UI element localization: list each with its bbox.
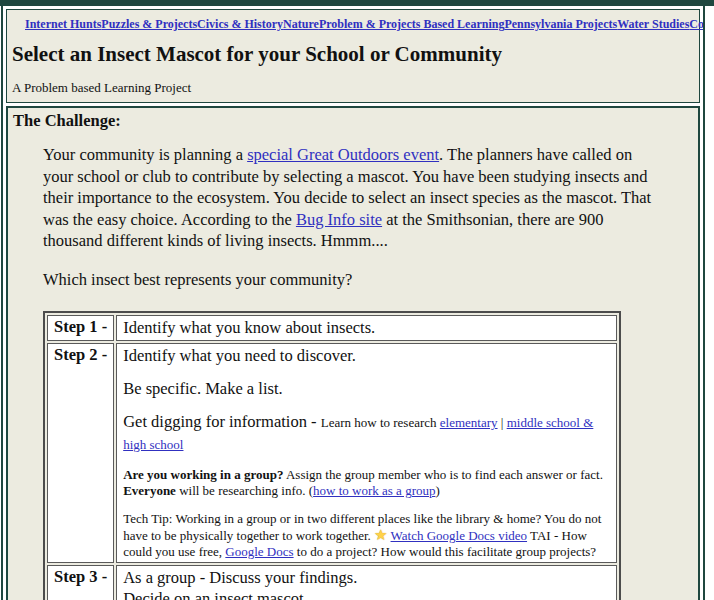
step-label: Step 2 - — [47, 343, 114, 563]
table-row: Step 3 -As a group - Discuss your findin… — [47, 565, 617, 600]
text: Get digging for information - — [123, 412, 321, 431]
steps-table-body: Step 1 -Identify what you know about ins… — [47, 315, 617, 600]
step-paragraph: Are you working in a group? Assign the g… — [123, 467, 610, 499]
step-label: Step 3 - — [47, 565, 114, 600]
top-nav: Internet HuntsPuzzles & ProjectsCivics &… — [11, 12, 695, 34]
nav-problem-projects-based-learning[interactable]: Problem & Projects Based Learning — [319, 17, 505, 32]
text: will be researching info. ( — [176, 483, 313, 498]
text: Learn how to research — [321, 415, 440, 430]
page-subtitle: A Problem based Learning Project — [12, 80, 695, 96]
text: Are you working in a group? — [123, 467, 283, 482]
text: | — [498, 415, 507, 430]
table-row: Step 1 -Identify what you know about ins… — [47, 315, 617, 341]
challenge-heading: The Challenge: — [13, 111, 694, 131]
nav-nature[interactable]: Nature — [283, 17, 319, 32]
step-content: As a group - Discuss your findings.Decid… — [116, 565, 617, 600]
step-paragraph: Identify what you know about insects. — [123, 317, 610, 338]
challenge-intro: Your community is planning a special Gre… — [43, 144, 652, 252]
nav-civics-history[interactable]: Civics & History — [197, 17, 283, 32]
step-paragraph: As a group - Discuss your findings.Decid… — [123, 567, 610, 600]
text: Decide on an insect mascot. — [123, 589, 308, 600]
step-content: Identify what you need to discover.Be sp… — [116, 343, 617, 563]
text: As a group - Discuss your findings. — [123, 568, 357, 587]
nav-computers[interactable]: Computers — [689, 17, 705, 32]
link-special-great-outdoors-event[interactable]: special Great Outdoors event — [247, 145, 439, 164]
text: ) — [435, 483, 439, 498]
text: Be specific. Make a list. — [123, 379, 282, 398]
header-box: Internet HuntsPuzzles & ProjectsCivics &… — [6, 9, 700, 103]
link-how-to-work-as-a-group[interactable]: how to work as a group — [313, 483, 435, 498]
link-watch-google-docs-video[interactable]: Watch Google Docs video — [391, 528, 528, 543]
nav-puzzles-projects[interactable]: Puzzles & Projects — [101, 17, 197, 32]
table-row: Step 2 -Identify what you need to discov… — [47, 343, 617, 563]
step-label: Step 1 - — [47, 315, 114, 341]
step-paragraph: Get digging for information - Learn how … — [123, 411, 610, 455]
nav-water-studies[interactable]: Water Studies — [617, 17, 689, 32]
text: Identify what you know about insects. — [123, 318, 375, 337]
text: Identify what you need to discover. — [123, 346, 356, 365]
star-icon: ★ — [374, 527, 387, 543]
challenge-box: The Challenge: Your community is plannin… — [6, 106, 700, 600]
link-google-docs[interactable]: Google Docs — [225, 544, 293, 559]
nav-internet-hunts[interactable]: Internet Hunts — [25, 17, 101, 32]
nav-pennsylvania-projects[interactable]: Pennsylvania Projects — [504, 17, 617, 32]
text: Everyone — [123, 483, 176, 498]
step-paragraph: Be specific. Make a list. — [123, 378, 610, 399]
link-bug-info-site[interactable]: Bug Info site — [296, 210, 382, 229]
steps-table: Step 1 -Identify what you know about ins… — [43, 311, 621, 600]
page-title: Select an Insect Mascot for your School … — [12, 42, 695, 67]
text: to do a project? How would this facilita… — [294, 544, 597, 559]
step-content: Identify what you know about insects. — [116, 315, 617, 341]
text: Assign the group member who is to find e… — [283, 467, 603, 482]
text: Your community is planning a — [43, 145, 247, 164]
challenge-question: Which insect best represents your commun… — [43, 269, 652, 291]
page-frame: Internet HuntsPuzzles & ProjectsCivics &… — [1, 6, 705, 600]
step-paragraph: Identify what you need to discover. — [123, 345, 610, 366]
step-paragraph: Tech Tip: Working in a group or in two d… — [123, 511, 610, 560]
link-elementary[interactable]: elementary — [440, 415, 498, 430]
